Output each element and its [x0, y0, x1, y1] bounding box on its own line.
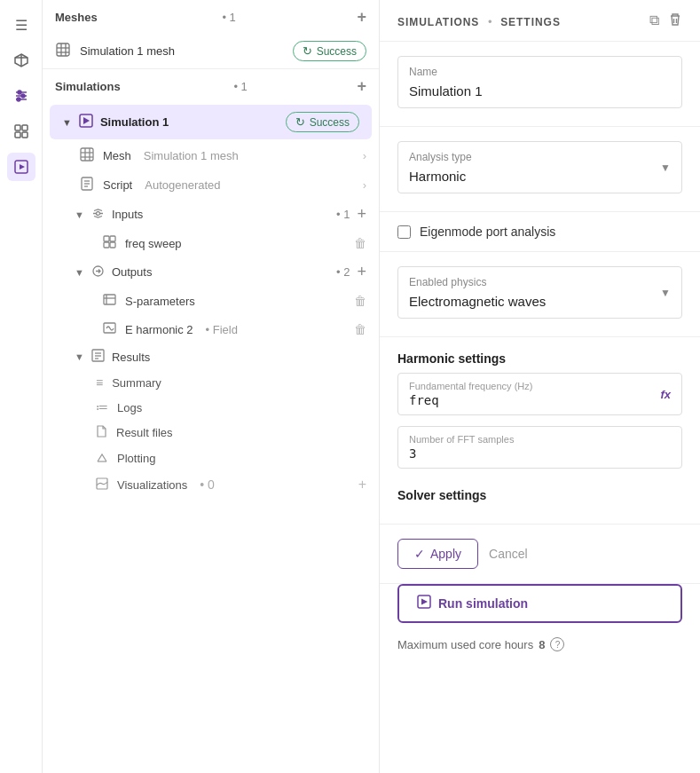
- analysis-type-field[interactable]: Analysis type Harmonic ▼: [397, 141, 682, 193]
- plotting-item[interactable]: Plotting: [43, 446, 379, 471]
- svg-rect-19: [81, 148, 93, 161]
- e-harmonic-item[interactable]: E harmonic 2 • Field 🗑: [43, 315, 379, 343]
- svg-rect-31: [104, 242, 109, 248]
- freq-sweep-label: freq sweep: [125, 237, 182, 250]
- visualizations-add-button[interactable]: +: [358, 477, 366, 493]
- visualizations-icon: [96, 477, 108, 493]
- tree-panel: Meshes • 1 + Simulation 1 mesh ↻ Success…: [43, 0, 380, 773]
- outputs-section[interactable]: ▼ Outputs • 2 +: [43, 257, 379, 287]
- cancel-button[interactable]: Cancel: [489, 547, 528, 561]
- meshes-add-button[interactable]: +: [357, 9, 366, 25]
- core-hours-value: 8: [539, 638, 545, 651]
- visualizations-label: Visualizations: [117, 478, 187, 492]
- svg-point-3: [18, 91, 21, 94]
- svg-point-5: [17, 98, 20, 101]
- icon-sidebar: ☰: [0, 0, 43, 773]
- enabled-physics-chevron: ▼: [660, 287, 671, 299]
- fft-samples-field[interactable]: Number of FFT samples 3: [397, 426, 682, 469]
- run-simulation-label: Run simulation: [438, 596, 528, 611]
- run-simulation-button[interactable]: Run simulation: [397, 584, 682, 623]
- summary-label: Summary: [112, 376, 161, 390]
- outputs-count: • 2: [336, 265, 350, 279]
- freq-sweep-icon: [103, 235, 116, 251]
- svg-rect-29: [104, 236, 109, 241]
- svg-rect-12: [57, 43, 69, 56]
- enabled-physics-field[interactable]: Enabled physics Electromagnetic waves ▼: [397, 266, 682, 319]
- s-params-delete[interactable]: 🗑: [354, 294, 366, 308]
- mesh-icon: [55, 42, 71, 61]
- simulations-add-button[interactable]: +: [357, 78, 366, 94]
- fundamental-freq-label: Fundamental frequency (Hz): [409, 381, 532, 391]
- svg-rect-32: [110, 242, 115, 248]
- apply-button[interactable]: ✓ Apply: [397, 539, 478, 569]
- s-params-icon: [103, 293, 116, 309]
- enabled-physics-section: Enabled physics Electromagnetic waves ▼: [380, 252, 700, 337]
- cube-icon[interactable]: [7, 46, 35, 75]
- eigenmode-label[interactable]: Eigenmode port analysis: [420, 225, 555, 239]
- meshes-section-header: Meshes • 1 +: [43, 0, 379, 34]
- plotting-label: Plotting: [117, 452, 155, 465]
- freq-sweep-item[interactable]: freq sweep 🗑: [43, 229, 379, 257]
- logs-item[interactable]: ≔ Logs: [43, 395, 379, 420]
- simulation-name: Simulation 1: [100, 115, 279, 129]
- script-child-arrow: ›: [363, 178, 366, 192]
- solver-settings-section: Solver settings: [380, 479, 700, 525]
- header-title-group: SIMULATIONS • SETTINGS: [397, 15, 561, 28]
- freq-sweep-delete[interactable]: 🗑: [354, 236, 366, 250]
- inputs-add-button[interactable]: +: [357, 205, 366, 224]
- name-label: Name: [409, 66, 671, 78]
- result-files-icon: [96, 425, 107, 440]
- core-hours-info-icon[interactable]: ?: [550, 637, 564, 651]
- visualizations-count: • 0: [200, 477, 215, 492]
- result-files-label: Result files: [116, 426, 173, 439]
- cancel-label: Cancel: [489, 547, 528, 561]
- fx-icon[interactable]: fx: [660, 388, 671, 401]
- script-child[interactable]: Script Autogenerated ›: [43, 170, 379, 200]
- right-panel: SIMULATIONS • SETTINGS ⧉ Name Simulation…: [380, 0, 700, 773]
- simulation-1-row[interactable]: ▼ Simulation 1 ↻ Success: [50, 105, 372, 139]
- svg-rect-8: [15, 132, 20, 138]
- play-square-icon[interactable]: [7, 153, 35, 181]
- delete-icon[interactable]: [668, 12, 682, 30]
- mesh-child-icon: [80, 147, 94, 164]
- fundamental-freq-field[interactable]: Fundamental frequency (Hz) freq fx: [397, 373, 682, 415]
- analysis-type-content: Analysis type Harmonic: [409, 151, 472, 184]
- visualizations-item[interactable]: Visualizations • 0 +: [43, 471, 379, 498]
- menu-icon[interactable]: ☰: [7, 11, 35, 39]
- results-section[interactable]: ▼ Results: [43, 343, 379, 370]
- svg-rect-30: [110, 236, 115, 241]
- enabled-physics-content: Enabled physics Electromagnetic waves: [409, 276, 546, 309]
- name-field: Name Simulation 1: [397, 56, 682, 108]
- summary-item[interactable]: ≡ Summary: [43, 370, 379, 395]
- outputs-add-button[interactable]: +: [357, 263, 366, 281]
- right-panel-header: SIMULATIONS • SETTINGS ⧉: [380, 0, 700, 42]
- mesh-name: Simulation 1 mesh: [80, 44, 284, 58]
- mesh-item[interactable]: Simulation 1 mesh ↻ Success: [43, 34, 379, 68]
- mesh-child[interactable]: Mesh Simulation 1 mesh ›: [43, 141, 379, 170]
- s-parameters-label: S-parameters: [125, 295, 195, 308]
- grid-icon[interactable]: [7, 117, 35, 146]
- results-icon: [91, 349, 105, 365]
- run-play-icon: [417, 595, 431, 612]
- summary-icon: ≡: [96, 375, 103, 390]
- simulations-header-label: SIMULATIONS: [397, 16, 479, 28]
- sim-chevron[interactable]: ▼: [62, 117, 72, 128]
- mesh-child-sub: Simulation 1 mesh: [144, 149, 239, 162]
- eigenmode-checkbox[interactable]: [397, 225, 411, 239]
- results-chevron: ▼: [75, 351, 84, 362]
- script-child-label: Script: [103, 178, 132, 192]
- svg-point-4: [21, 94, 25, 98]
- e-harmonic-delete[interactable]: 🗑: [354, 322, 366, 336]
- e-harmonic-sub: • Field: [206, 323, 238, 336]
- result-files-item[interactable]: Result files: [43, 420, 379, 446]
- e-harmonic-label: E harmonic 2: [125, 323, 193, 336]
- core-hours-row: Maximum used core hours 8 ?: [380, 637, 700, 669]
- s-parameters-item[interactable]: S-parameters 🗑: [43, 287, 379, 315]
- copy-icon[interactable]: ⧉: [649, 12, 659, 30]
- inputs-chevron: ▼: [75, 209, 84, 220]
- sliders-icon[interactable]: [7, 82, 35, 110]
- outputs-label: Outputs: [112, 265, 329, 279]
- success-icon: ↻: [303, 44, 312, 58]
- inputs-count: • 1: [336, 208, 350, 221]
- inputs-section[interactable]: ▼ Inputs • 1 +: [43, 200, 379, 229]
